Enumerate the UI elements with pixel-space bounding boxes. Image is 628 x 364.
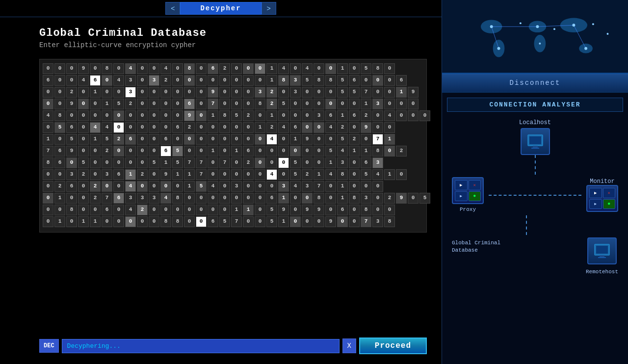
- matrix-cell: 0: [113, 205, 124, 215]
- matrix-cell: 8: [325, 75, 336, 86]
- matrix-cell: 0: [149, 169, 159, 180]
- matrix-cell: 0: [384, 75, 395, 86]
- matrix-cell: 0: [78, 181, 89, 192]
- matrix-cell: 5: [113, 99, 124, 109]
- matrix-cell: 2: [243, 110, 254, 121]
- matrix-cell: 0: [231, 122, 242, 133]
- matrix-cell: 0: [149, 181, 159, 192]
- close-button[interactable]: X: [342, 338, 356, 353]
- matrix-cell: 6: [102, 205, 112, 215]
- matrix-cell: 0: [78, 146, 89, 156]
- matrix-cell: 0: [137, 110, 148, 121]
- matrix-cell: 0: [325, 134, 336, 145]
- matrix-cell: 3: [361, 193, 371, 204]
- matrix-cell: 0: [78, 110, 89, 121]
- matrix-cell: 4: [290, 181, 301, 192]
- matrix-cell: 0: [243, 87, 254, 98]
- matrix-cell: 0: [337, 99, 348, 109]
- svg-rect-27: [600, 255, 604, 257]
- matrix-cell: 0: [255, 205, 265, 215]
- matrix-cell: 0: [137, 87, 148, 98]
- monitor-cell-4: [603, 199, 616, 209]
- matrix-cell: 0: [125, 122, 136, 133]
- matrix-cell: 0: [172, 99, 183, 109]
- matrix-cell: 0: [349, 205, 360, 215]
- matrix-cell: 4: [125, 181, 136, 192]
- matrix-cell: 9: [278, 205, 289, 215]
- matrix-cell: 4: [113, 75, 124, 86]
- matrix-cell: 0: [243, 181, 254, 192]
- matrix-cell: 1: [231, 205, 242, 215]
- matrix-cell: 0: [172, 205, 183, 215]
- matrix-cell: 5: [325, 146, 336, 156]
- matrix-cell: 0: [314, 134, 324, 145]
- matrix-cell: 4: [278, 63, 289, 74]
- nav-left-arrow[interactable]: <: [165, 2, 180, 15]
- matrix-cell: 4: [43, 110, 53, 121]
- matrix-cell: 0: [78, 99, 89, 109]
- matrix-cell: 0: [137, 63, 148, 74]
- matrix-cell: 0: [102, 157, 112, 168]
- matrix-cell: 1: [90, 134, 101, 145]
- matrix-cell: 0: [231, 134, 242, 145]
- matrix-cell: 3: [125, 87, 136, 98]
- svg-rect-22: [529, 136, 541, 144]
- matrix-cell: 8: [172, 216, 183, 227]
- svg-rect-26: [596, 246, 608, 254]
- matrix-cell: 0: [408, 110, 419, 121]
- matrix-cell: 0: [66, 216, 77, 227]
- matrix-cell: 1: [266, 63, 277, 74]
- matrix-cell: 0: [243, 75, 254, 86]
- matrix-cell: 2: [54, 181, 65, 192]
- matrix-cell: 5: [172, 146, 183, 156]
- matrix-cell: 0: [196, 216, 207, 227]
- matrix-cell: 0: [302, 157, 313, 168]
- matrix-cell: 8: [314, 193, 324, 204]
- matrix-cell: 0: [349, 169, 360, 180]
- matrix-cell: 0: [255, 216, 265, 227]
- matrix-cell: 0: [78, 205, 89, 215]
- matrix-cell: 0: [160, 122, 171, 133]
- matrix-cell: 0: [78, 134, 89, 145]
- matrix-cell: 0: [54, 75, 65, 86]
- matrix-cell: 0: [66, 110, 77, 121]
- matrix-cell: 0: [255, 181, 265, 192]
- matrix-cell: 0: [196, 75, 207, 86]
- matrix-cell: 1: [266, 110, 277, 121]
- matrix-cell: 0: [219, 193, 230, 204]
- matrix-cell: 6: [43, 75, 53, 86]
- matrix-cell: 0: [384, 63, 395, 74]
- matrix-cell: 5: [54, 122, 65, 133]
- proceed-button[interactable]: Proceed: [359, 338, 427, 354]
- matrix-cell: 4: [78, 75, 89, 86]
- matrix-cell: 4: [125, 205, 136, 215]
- matrix-cell: 8: [349, 193, 360, 204]
- decypher-input[interactable]: [62, 339, 340, 353]
- matrix-cell: 6: [54, 157, 65, 168]
- localhost-icon: [521, 128, 550, 155]
- matrix-cell: 1: [160, 157, 171, 168]
- matrix-cell: 1: [384, 134, 395, 145]
- matrix-cell: 0: [314, 146, 324, 156]
- disconnect-button[interactable]: Disconnect: [442, 74, 628, 93]
- svg-point-18: [553, 28, 555, 30]
- matrix-cell: 8: [54, 110, 65, 121]
- matrix-cell: 8: [314, 75, 324, 86]
- matrix-cell: 1: [231, 146, 242, 156]
- matrix-cell: 6: [125, 134, 136, 145]
- matrix-cell: 3: [290, 75, 301, 86]
- nav-right-arrow[interactable]: >: [262, 2, 276, 15]
- matrix-cell: 0: [66, 75, 77, 86]
- matrix-cell: 0: [113, 122, 124, 133]
- remotehost-label: Remotehost: [586, 268, 618, 275]
- matrix-cell: 8: [66, 205, 77, 215]
- matrix-cell: 0: [314, 99, 324, 109]
- matrix-cell: 6: [396, 75, 407, 86]
- matrix-cell: 0: [208, 169, 218, 180]
- matrix-cell: 0: [372, 122, 383, 133]
- matrix-cell: 0: [208, 157, 218, 168]
- matrix-cell: 0: [255, 169, 265, 180]
- matrix-cell: 5: [78, 157, 89, 168]
- matrix-cell: 0: [419, 110, 430, 121]
- monitor-label: Monitor: [590, 178, 614, 185]
